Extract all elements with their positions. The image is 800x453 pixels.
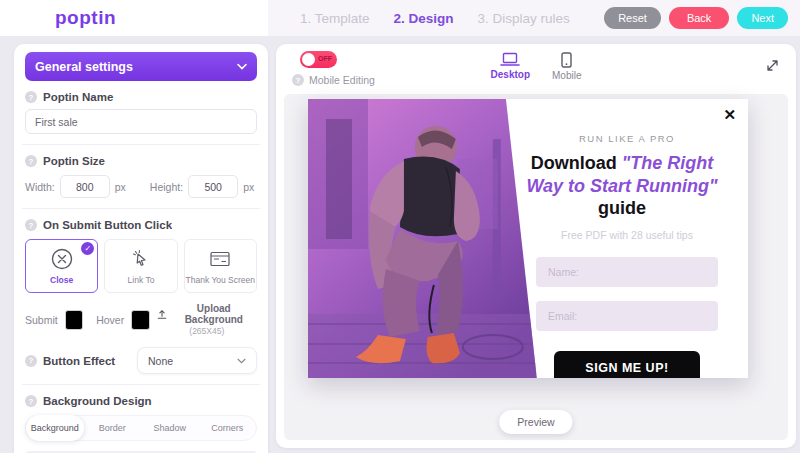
mobile-tab-label: Mobile: [552, 70, 581, 81]
action-card-label: Link To: [128, 275, 155, 285]
popup-content: RUN LIKE A PRO Download "The Right Way t…: [506, 99, 748, 378]
tab-shadow[interactable]: Shadow: [141, 415, 199, 441]
on-submit-row: ? On Submit Button Click: [25, 219, 257, 231]
upload-button-background[interactable]: Upload Background (265X45): [157, 303, 257, 336]
step-display-rules[interactable]: 3. Display rules: [478, 11, 570, 26]
fullscreen-expand-icon[interactable]: [765, 58, 780, 73]
action-card-link-to[interactable]: Link To: [104, 239, 177, 293]
hover-color-label: Hover: [96, 314, 124, 326]
poptin-name-label: Poptin Name: [43, 91, 113, 103]
canvas-toolbar: OFF ? Mobile Editing Desktop Mobile: [276, 44, 796, 94]
background-design-label: Background Design: [43, 395, 152, 407]
general-settings-header[interactable]: General settings: [25, 52, 257, 81]
poptin-logo: poptin: [55, 7, 116, 29]
height-label: Height:: [150, 181, 183, 193]
on-submit-label: On Submit Button Click: [43, 219, 172, 231]
help-icon: ?: [25, 355, 37, 367]
submit-action-cards: ✓ Close Link To Thank You Screen: [25, 239, 257, 293]
action-card-thank-you[interactable]: Thank You Screen: [184, 239, 257, 293]
upload-size-hint: (265X45): [157, 326, 257, 336]
mobile-view-tab[interactable]: Mobile: [552, 52, 581, 81]
size-inputs-row: Width: px Height: px: [25, 175, 257, 198]
top-header: poptin 1. Template 2. Design 3. Display …: [0, 0, 800, 36]
width-unit: px: [115, 181, 126, 193]
divider: [22, 144, 260, 145]
submit-color-swatch[interactable]: [65, 310, 83, 330]
poptin-size-row: ? Poptin Size: [25, 155, 257, 167]
width-label: Width:: [25, 181, 55, 193]
headline-suffix: guide: [598, 198, 646, 218]
action-card-label: Close: [50, 275, 73, 285]
button-effect-label: Button Effect: [43, 355, 115, 367]
cursor-click-icon: [129, 247, 153, 271]
background-design-tabs: Background Border Shadow Corners: [25, 415, 257, 441]
poptin-name-input[interactable]: [25, 109, 257, 134]
tab-border[interactable]: Border: [84, 415, 142, 441]
action-card-close[interactable]: ✓ Close: [25, 239, 98, 293]
laptop-icon: [500, 52, 520, 67]
background-design-row: ? Background Design: [25, 395, 257, 407]
popup-subtext: Free PDF with 28 useful tips: [506, 229, 748, 241]
reset-button[interactable]: Reset: [604, 7, 661, 29]
device-view-tabs: Desktop Mobile: [276, 52, 796, 81]
popup-stage: ✕ RUN LIKE A PRO Download "The Right Way…: [284, 94, 788, 440]
hover-color-swatch[interactable]: [131, 310, 149, 330]
help-icon: ?: [25, 219, 37, 231]
chevron-down-icon: [237, 358, 246, 364]
upload-icon: [157, 309, 167, 320]
popup-headline: Download "The Right Way to Start Running…: [510, 152, 734, 220]
name-field[interactable]: [536, 257, 718, 287]
back-button[interactable]: Back: [669, 7, 729, 29]
button-effect-select[interactable]: None: [137, 347, 257, 374]
tab-corners[interactable]: Corners: [199, 415, 257, 441]
window-screen-icon: [207, 247, 233, 271]
button-colors-row: Submit Hover Upload Background (265X45): [25, 303, 257, 336]
chevron-down-icon: [237, 63, 247, 70]
preview-button[interactable]: Preview: [499, 410, 572, 434]
phone-icon: [561, 52, 572, 68]
step-design[interactable]: 2. Design: [394, 11, 454, 26]
popup-eyebrow: RUN LIKE A PRO: [506, 133, 748, 144]
height-input[interactable]: [188, 175, 238, 198]
button-effect-row: ? Button Effect None: [25, 347, 257, 374]
tab-background[interactable]: Background: [26, 415, 84, 441]
desktop-tab-label: Desktop: [491, 69, 530, 80]
divider: [22, 208, 260, 209]
email-field[interactable]: [536, 301, 718, 331]
divider: [22, 384, 260, 385]
popup-hero-image: [308, 99, 537, 378]
popup-preview[interactable]: ✕ RUN LIKE A PRO Download "The Right Way…: [308, 99, 748, 378]
close-circle-icon: [50, 247, 74, 271]
wizard-steps: 1. Template 2. Design 3. Display rules: [300, 11, 570, 26]
poptin-name-row: ? Poptin Name: [25, 91, 257, 103]
header-buttons: Reset Back Next: [604, 7, 788, 29]
help-icon: ?: [25, 155, 37, 167]
poptin-size-label: Poptin Size: [43, 155, 105, 167]
headline-prefix: Download: [531, 153, 622, 173]
settings-sidebar: General settings ? Poptin Name ? Poptin …: [14, 44, 268, 453]
upload-label: Upload Background: [171, 303, 257, 325]
action-card-label: Thank You Screen: [186, 275, 255, 285]
width-input[interactable]: [60, 175, 110, 198]
button-effect-value: None: [148, 355, 173, 367]
next-button[interactable]: Next: [737, 7, 788, 29]
height-unit: px: [243, 181, 254, 193]
general-settings-title: General settings: [35, 60, 133, 74]
step-template[interactable]: 1. Template: [300, 11, 370, 26]
help-icon: ?: [25, 395, 37, 407]
help-icon: ?: [25, 91, 37, 103]
desktop-view-tab[interactable]: Desktop: [491, 52, 530, 81]
sign-me-up-button[interactable]: SIGN ME UP!: [554, 351, 700, 379]
check-icon: ✓: [81, 242, 94, 255]
design-canvas: OFF ? Mobile Editing Desktop Mobile: [276, 44, 796, 448]
submit-color-label: Submit: [25, 314, 58, 326]
